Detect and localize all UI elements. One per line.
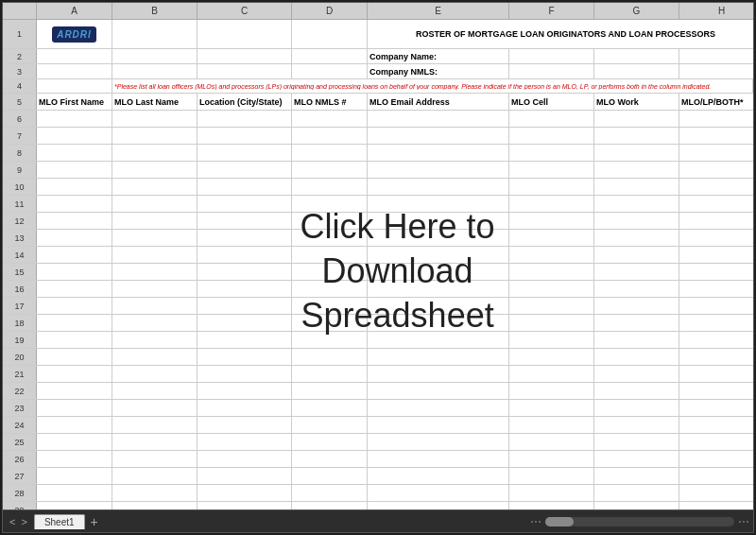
cell-28-g[interactable] bbox=[594, 485, 679, 501]
cell-7-c[interactable] bbox=[198, 128, 292, 144]
cell-24-f[interactable] bbox=[509, 417, 594, 433]
cell-21-f[interactable] bbox=[509, 366, 594, 382]
cell-10-f[interactable] bbox=[509, 179, 594, 195]
cell-26-h[interactable] bbox=[679, 451, 753, 467]
cell-25-a[interactable] bbox=[37, 434, 112, 450]
cell-11-h[interactable] bbox=[679, 196, 753, 212]
cell-21-c[interactable] bbox=[198, 366, 292, 382]
cell-18-d[interactable] bbox=[292, 315, 368, 331]
cell-6-h[interactable] bbox=[679, 111, 753, 127]
cell-15-d[interactable] bbox=[292, 264, 368, 280]
cell-8-f[interactable] bbox=[509, 145, 594, 161]
cell-9-g[interactable] bbox=[594, 162, 679, 178]
cell-28-d[interactable] bbox=[292, 485, 368, 501]
cell-21-h[interactable] bbox=[679, 366, 753, 382]
cell-14-e[interactable] bbox=[368, 247, 509, 263]
cell-20-b[interactable] bbox=[112, 349, 198, 365]
cell-13-c[interactable] bbox=[198, 230, 292, 246]
cell-25-g[interactable] bbox=[594, 434, 679, 450]
cell-14-b[interactable] bbox=[112, 247, 198, 263]
cell-27-g[interactable] bbox=[594, 468, 679, 484]
cell-9-a[interactable] bbox=[37, 162, 112, 178]
cell-15-c[interactable] bbox=[198, 264, 292, 280]
cell-20-d[interactable] bbox=[292, 349, 368, 365]
cell-6-c[interactable] bbox=[198, 111, 292, 127]
cell-27-f[interactable] bbox=[509, 468, 594, 484]
nav-next[interactable]: > bbox=[18, 516, 29, 527]
cell-8-d[interactable] bbox=[292, 145, 368, 161]
cell-19-g[interactable] bbox=[594, 332, 679, 348]
horizontal-scrollbar[interactable] bbox=[545, 517, 734, 526]
cell-8-b[interactable] bbox=[112, 145, 198, 161]
cell-21-e[interactable] bbox=[368, 366, 509, 382]
cell-14-c[interactable] bbox=[198, 247, 292, 263]
cell-27-d[interactable] bbox=[292, 468, 368, 484]
cell-7-g[interactable] bbox=[594, 128, 679, 144]
cell-24-h[interactable] bbox=[679, 417, 753, 433]
cell-20-h[interactable] bbox=[679, 349, 753, 365]
cell-12-b[interactable] bbox=[112, 213, 198, 229]
cell-19-a[interactable] bbox=[37, 332, 112, 348]
cell-19-d[interactable] bbox=[292, 332, 368, 348]
cell-7-a[interactable] bbox=[37, 128, 112, 144]
cell-6-a[interactable] bbox=[37, 111, 112, 127]
cell-18-f[interactable] bbox=[509, 315, 594, 331]
cell-19-e[interactable] bbox=[368, 332, 509, 348]
cell-7-d[interactable] bbox=[292, 128, 368, 144]
scrollbar-thumb[interactable] bbox=[545, 517, 574, 526]
cell-29-d[interactable] bbox=[292, 502, 368, 509]
cell-18-e[interactable] bbox=[368, 315, 509, 331]
cell-8-a[interactable] bbox=[37, 145, 112, 161]
cell-13-b[interactable] bbox=[112, 230, 198, 246]
cell-26-b[interactable] bbox=[112, 451, 198, 467]
cell-16-a[interactable] bbox=[37, 281, 112, 297]
cell-12-a[interactable] bbox=[37, 213, 112, 229]
cell-23-c[interactable] bbox=[198, 400, 292, 416]
cell-22-h[interactable] bbox=[679, 383, 753, 399]
cell-12-h[interactable] bbox=[679, 213, 753, 229]
cell-28-f[interactable] bbox=[509, 485, 594, 501]
cell-24-g[interactable] bbox=[594, 417, 679, 433]
cell-17-e[interactable] bbox=[368, 298, 509, 314]
cell-20-a[interactable] bbox=[37, 349, 112, 365]
cell-25-f[interactable] bbox=[509, 434, 594, 450]
cell-20-f[interactable] bbox=[509, 349, 594, 365]
cell-13-a[interactable] bbox=[37, 230, 112, 246]
cell-15-h[interactable] bbox=[679, 264, 753, 280]
cell-25-d[interactable] bbox=[292, 434, 368, 450]
cell-28-h[interactable] bbox=[679, 485, 753, 501]
cell-23-b[interactable] bbox=[112, 400, 198, 416]
cell-23-e[interactable] bbox=[368, 400, 509, 416]
cell-9-b[interactable] bbox=[112, 162, 198, 178]
cell-25-e[interactable] bbox=[368, 434, 509, 450]
cell-14-d[interactable] bbox=[292, 247, 368, 263]
cell-24-b[interactable] bbox=[112, 417, 198, 433]
cell-17-h[interactable] bbox=[679, 298, 753, 314]
cell-7-b[interactable] bbox=[112, 128, 198, 144]
cell-21-d[interactable] bbox=[292, 366, 368, 382]
cell-17-d[interactable] bbox=[292, 298, 368, 314]
cell-23-g[interactable] bbox=[594, 400, 679, 416]
cell-26-a[interactable] bbox=[37, 451, 112, 467]
cell-19-c[interactable] bbox=[198, 332, 292, 348]
cell-11-c[interactable] bbox=[198, 196, 292, 212]
cell-29-e[interactable] bbox=[368, 502, 509, 509]
cell-22-a[interactable] bbox=[37, 383, 112, 399]
cell-6-b[interactable] bbox=[112, 111, 198, 127]
cell-27-a[interactable] bbox=[37, 468, 112, 484]
cell-29-h[interactable] bbox=[679, 502, 753, 509]
cell-16-f[interactable] bbox=[509, 281, 594, 297]
cell-12-g[interactable] bbox=[594, 213, 679, 229]
cell-21-g[interactable] bbox=[594, 366, 679, 382]
cell-9-h[interactable] bbox=[679, 162, 753, 178]
cell-10-h[interactable] bbox=[679, 179, 753, 195]
cell-9-e[interactable] bbox=[368, 162, 509, 178]
cell-20-e[interactable] bbox=[368, 349, 509, 365]
cell-18-c[interactable] bbox=[198, 315, 292, 331]
cell-21-a[interactable] bbox=[37, 366, 112, 382]
cell-22-c[interactable] bbox=[198, 383, 292, 399]
cell-8-g[interactable] bbox=[594, 145, 679, 161]
cell-17-g[interactable] bbox=[594, 298, 679, 314]
cell-15-f[interactable] bbox=[509, 264, 594, 280]
cell-13-d[interactable] bbox=[292, 230, 368, 246]
